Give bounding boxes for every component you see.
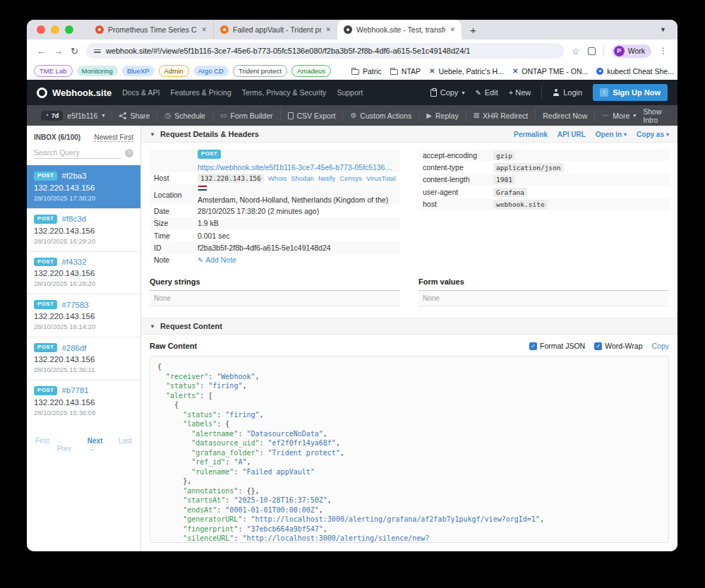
lookup-link-whois[interactable]: Whois — [268, 174, 287, 182]
lookup-link-shodan[interactable]: Shodan — [291, 174, 314, 182]
toolbar-more[interactable]: ⋯More▾ — [595, 109, 643, 121]
toolbar-item-label: Custom Actions — [360, 112, 411, 120]
bookmark-uebele-patric-s-h[interactable]: ✕Uebele, Patric's H... — [429, 67, 504, 76]
bookmark-kubectl-cheat-she[interactable]: kubectl Cheat She... — [596, 67, 674, 76]
tab-close-icon[interactable]: ✕ — [325, 26, 331, 33]
pagination-first[interactable]: First — [35, 437, 49, 452]
pagination-prev[interactable]: ← Prev — [56, 437, 79, 452]
request-list-item-f8c3d[interactable]: POST#f8c3d132.220.143.15628/10/2025 16:2… — [27, 208, 140, 251]
request-list-item-286df[interactable]: POST#286df132.220.143.15628/10/2025 15:3… — [27, 337, 140, 380]
browser-tab-webhook-site-test-transfor[interactable]: Webhook.site - Test, transfor✕ — [337, 20, 462, 40]
request-list-item-b7781[interactable]: POST#b7781132.220.143.15628/10/2025 15:3… — [27, 380, 140, 423]
bookmark-argo-cd[interactable]: Argo CD — [193, 66, 229, 76]
query-strings-section: Query strings None — [150, 277, 400, 306]
lookup-link-virustotal[interactable]: VirusTotal — [366, 174, 396, 182]
details-action-label: Open in — [596, 131, 622, 138]
details-action-copy-as[interactable]: Copy as▾ — [637, 131, 669, 138]
browser-tab-prometheus-time-series-colle[interactable]: Prometheus Time Series Colle✕ — [89, 20, 213, 40]
tab-search-icon[interactable]: ▼ — [660, 26, 666, 33]
new-tab-button[interactable]: + — [470, 24, 476, 36]
copy-menu-button[interactable]: Copy ▾ — [430, 88, 465, 97]
detail-text: 28/10/2025 17:38:20 (2 minutes ago) — [198, 207, 319, 215]
word-wrap-checkbox[interactable]: ✓ Word-Wrap — [594, 342, 642, 350]
url-bar: ← → ↻ webhook.site/#!/view/e5f1b116-3ce7… — [27, 40, 677, 62]
toolbar-share[interactable]: Share — [112, 109, 157, 121]
request-list-item-f4332[interactable]: POST#f4332132.220.143.15628/10/2025 16:2… — [27, 251, 140, 294]
bookmark-ontap-tme-on[interactable]: ✕ONTAP TME - ON... — [512, 67, 588, 76]
back-icon[interactable]: ← — [37, 47, 46, 56]
lookup-link-netify[interactable]: Netify — [318, 174, 335, 182]
nav-link-docs-api[interactable]: Docs & API — [122, 88, 159, 97]
add-note-link[interactable]: ✎ Add Note — [198, 256, 236, 264]
token-selector[interactable]: ◔ 7d e5f1b116 ▾ — [34, 109, 112, 121]
pencil-icon: ✎ — [198, 256, 205, 264]
toolbar-xhr-redirect[interactable]: ⊠XHR Redirect — [466, 109, 536, 121]
detail-text: 1.9 kB — [198, 219, 219, 227]
details-action-open-in[interactable]: Open in▾ — [596, 131, 627, 138]
toolbar-csv-export[interactable]: CSV Export — [281, 109, 344, 121]
reload-icon[interactable]: ↻ — [71, 47, 78, 56]
bookmark-admin[interactable]: Admin — [159, 65, 189, 77]
edit-button[interactable]: ✎ Edit — [475, 88, 498, 97]
bookmark-patric[interactable]: Patric — [351, 67, 382, 76]
toolbar-custom-actions[interactable]: ⚙Custom Actions — [343, 109, 419, 121]
minimize-window-button[interactable] — [51, 25, 59, 34]
signup-button[interactable]: ↑ Sign Up Now — [593, 84, 668, 101]
header-value: gzip — [493, 151, 515, 160]
copy-content-link[interactable]: Copy — [651, 342, 669, 350]
new-button[interactable]: + New — [509, 88, 531, 97]
site-settings-icon[interactable] — [94, 48, 101, 54]
url-text: webhook.site/#!/view/e5f1b116-3ce7-45e6-… — [106, 47, 471, 55]
bookmark-star-icon[interactable]: ☆ — [572, 46, 579, 56]
toolbar-schedule[interactable]: ◷Schedule — [157, 109, 213, 121]
extensions-icon[interactable] — [588, 47, 596, 55]
toolbar-replay[interactable]: ▶Replay — [419, 109, 466, 121]
raw-content-code[interactable]: { "receiver": "Webhook", "status": "firi… — [150, 356, 669, 543]
pagination-last[interactable]: Last — [119, 437, 132, 452]
content-panel-title: Request Content — [160, 322, 222, 330]
details-action-api-url[interactable]: API URL — [558, 131, 586, 138]
bookmark-amadeus[interactable]: Amadeus — [291, 65, 331, 77]
copy-menu-label: Copy — [440, 88, 459, 97]
signup-label: Sign Up Now — [613, 88, 661, 97]
toolbar-form-builder[interactable]: ▭Form Builder — [213, 109, 281, 121]
forward-icon[interactable]: → — [54, 47, 63, 56]
browser-menu-icon[interactable]: ⋮ — [659, 46, 668, 56]
request-url-link[interactable]: https://webhook.site/e5f1b116-3ce7-45e6-… — [198, 163, 396, 172]
bookmark-monitoring[interactable]: Monitoring — [77, 66, 118, 76]
close-window-button[interactable] — [37, 25, 45, 34]
toolbar-redirect-now[interactable]: Redirect Now — [536, 109, 595, 121]
search-input[interactable] — [34, 147, 121, 159]
grafana-icon — [220, 25, 229, 34]
request-ip: 132.220.143.156 — [34, 312, 133, 320]
zoom-window-button[interactable] — [65, 25, 73, 34]
address-field[interactable]: webhook.site/#!/view/e5f1b116-3ce7-45e6-… — [86, 43, 565, 59]
bookmark-ntap[interactable]: NTAP — [390, 67, 421, 76]
pagination-next[interactable]: Next → — [88, 437, 111, 452]
login-button[interactable]: Login — [553, 88, 582, 97]
format-json-checkbox[interactable]: ✓ Format JSON — [529, 342, 585, 350]
nav-link-terms-privacy-security[interactable]: Terms, Privacy & Security — [242, 88, 327, 97]
request-list-item-77583[interactable]: POST#77583132.220.143.15628/10/2025 16:1… — [27, 294, 140, 337]
nav-link-support[interactable]: Support — [337, 88, 363, 97]
content-panel-header[interactable]: ▼ Request Content — [141, 318, 677, 335]
tab-close-icon[interactable]: ✕ — [201, 26, 207, 33]
show-intro-link[interactable]: Show Intro — [643, 107, 670, 124]
bookmark-trident-protect[interactable]: Trident protect — [233, 65, 287, 77]
sort-toggle[interactable]: Newest First — [94, 133, 133, 142]
bookmark-tme-lab[interactable]: TME Lab — [34, 65, 73, 77]
details-panel-header[interactable]: ▼ Request Details & Headers PermalinkAPI… — [141, 126, 677, 143]
tab-close-icon[interactable]: ✕ — [450, 26, 455, 33]
detail-label: Size — [154, 219, 198, 227]
help-icon[interactable]: ? — [125, 149, 133, 157]
bookmark-bluexp[interactable]: BlueXP — [122, 66, 155, 76]
browser-tab-failed-appvault-trident-prot[interactable]: Failed appVault - Trident prot✕ — [213, 20, 337, 40]
header-value: 1901 — [493, 175, 515, 184]
lookup-link-censys[interactable]: Censys — [339, 174, 362, 182]
details-action-permalink[interactable]: Permalink — [514, 131, 548, 138]
request-list-item-f2ba3[interactable]: POST#f2ba3132.220.143.15628/10/2025 17:3… — [27, 165, 140, 208]
toolbar-item-label: Replay — [435, 112, 459, 120]
site-brand[interactable]: Webhook.site — [37, 88, 112, 98]
nav-link-features-pricing[interactable]: Features & Pricing — [170, 88, 231, 97]
profile-chip[interactable]: P Work — [612, 44, 651, 58]
